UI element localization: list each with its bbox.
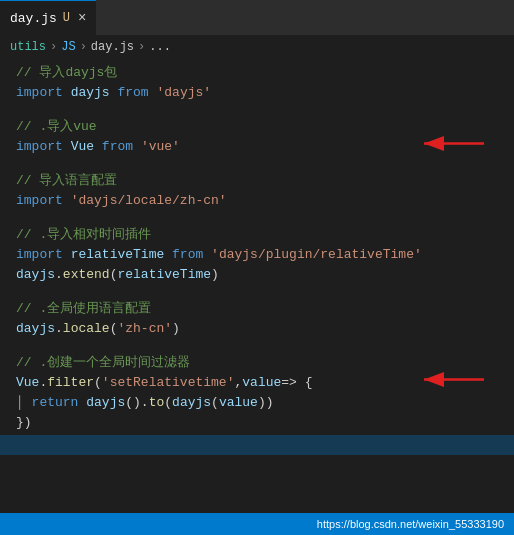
code-line-empty	[0, 339, 514, 353]
code-line: // 导入dayjs包	[0, 63, 514, 83]
tab-close-icon[interactable]: ×	[78, 10, 86, 26]
code-line: import relativeTime from 'dayjs/plugin/r…	[0, 245, 514, 265]
breadcrumb: utils › JS › day.js › ...	[0, 35, 514, 59]
breadcrumb-ellipsis: ...	[149, 40, 171, 54]
status-url: https://blog.csdn.net/weixin_55333190	[317, 518, 504, 530]
code-line: │ return dayjs (). to ( dayjs ( value ))	[0, 393, 514, 413]
breadcrumb-dayjs[interactable]: day.js	[91, 40, 134, 54]
tab-modified: U	[63, 11, 70, 25]
code-line: import dayjs from 'dayjs'	[0, 83, 514, 103]
breadcrumb-js[interactable]: JS	[61, 40, 75, 54]
code-line-empty	[0, 211, 514, 225]
code-line-vue-filter: Vue . filter ( 'setRelativetime' , value…	[0, 373, 514, 393]
code-area: // 导入dayjs包 import dayjs from 'dayjs' //…	[0, 59, 514, 459]
status-bar: https://blog.csdn.net/weixin_55333190	[0, 513, 514, 535]
tab-filename: day.js	[10, 11, 57, 26]
code-line: // .全局使用语言配置	[0, 299, 514, 319]
tab-day-js[interactable]: day.js U ×	[0, 0, 96, 35]
code-line-cursor	[0, 435, 514, 455]
tab-bar: day.js U ×	[0, 0, 514, 35]
code-line: dayjs . extend ( relativeTime )	[0, 265, 514, 285]
code-line: dayjs . locale ( 'zh-cn' )	[0, 319, 514, 339]
code-line: // .导入相对时间插件	[0, 225, 514, 245]
breadcrumb-sep1: ›	[50, 40, 57, 54]
code-line-vue-import: import Vue from 'vue'	[0, 137, 514, 157]
code-line-empty	[0, 157, 514, 171]
breadcrumb-utils[interactable]: utils	[10, 40, 46, 54]
code-line: })	[0, 413, 514, 433]
code-line: import 'dayjs/locale/zh-cn'	[0, 191, 514, 211]
code-line-empty	[0, 103, 514, 117]
breadcrumb-sep2: ›	[80, 40, 87, 54]
code-line-empty	[0, 285, 514, 299]
code-comment: // 导入dayjs包	[16, 63, 117, 83]
breadcrumb-sep3: ›	[138, 40, 145, 54]
code-line: // 导入语言配置	[0, 171, 514, 191]
